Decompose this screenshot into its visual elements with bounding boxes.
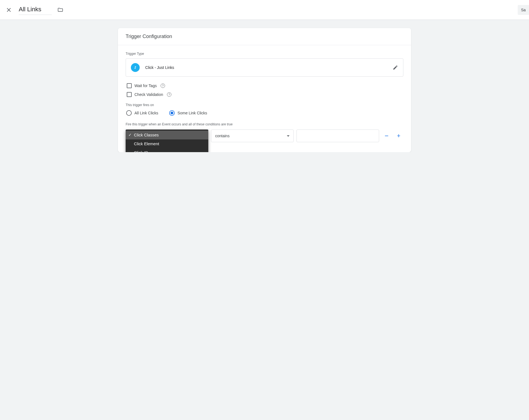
variable-menu-item[interactable]: Click Classes: [126, 131, 208, 139]
help-icon[interactable]: ?: [167, 92, 171, 97]
close-icon[interactable]: [6, 7, 12, 13]
add-condition-button[interactable]: +: [394, 131, 403, 141]
help-icon[interactable]: ?: [161, 84, 165, 88]
trigger-type-name: Click - Just Links: [145, 65, 174, 70]
radio-some-label: Some Link Clicks: [177, 111, 207, 115]
chevron-down-icon: [287, 135, 290, 137]
condition-value-input[interactable]: [296, 130, 379, 142]
radio-all-label: All Link Clicks: [134, 111, 158, 115]
condition-operator-value: contains: [215, 134, 230, 138]
fires-on-label: This trigger fires on: [126, 103, 403, 107]
check-validation-row: Check Validation ?: [126, 92, 403, 97]
variable-menu-item[interactable]: Click Element: [126, 139, 208, 148]
link-icon: [131, 63, 140, 72]
radio-all-link-clicks[interactable]: All Link Clicks: [126, 110, 158, 116]
variable-dropdown-menu: Click ClassesClick ElementClick IDClick …: [126, 130, 208, 152]
check-validation-checkbox[interactable]: [127, 92, 132, 97]
trigger-type-selector[interactable]: Click - Just Links: [126, 58, 403, 77]
wait-for-tags-label: Wait for Tags: [134, 84, 157, 88]
folder-icon[interactable]: [57, 7, 63, 13]
check-validation-label: Check Validation: [134, 92, 163, 97]
condition-operator-dropdown[interactable]: contains: [211, 130, 294, 142]
trigger-name-input[interactable]: [19, 5, 52, 15]
remove-condition-button[interactable]: −: [382, 131, 391, 141]
edit-pencil-icon[interactable]: [393, 65, 398, 70]
radio-some-link-clicks[interactable]: Some Link Clicks: [169, 110, 207, 116]
top-bar: Sa: [0, 0, 529, 20]
variable-menu-item[interactable]: Click ID: [126, 148, 208, 152]
conditions-label: Fire this trigger when an Event occurs a…: [126, 122, 403, 126]
save-button[interactable]: Sa: [518, 5, 529, 15]
wait-for-tags-row: Wait for Tags ?: [126, 83, 403, 88]
card-title: Trigger Configuration: [118, 28, 411, 45]
wait-for-tags-checkbox[interactable]: [127, 83, 132, 88]
trigger-type-label: Trigger Type: [126, 52, 403, 56]
